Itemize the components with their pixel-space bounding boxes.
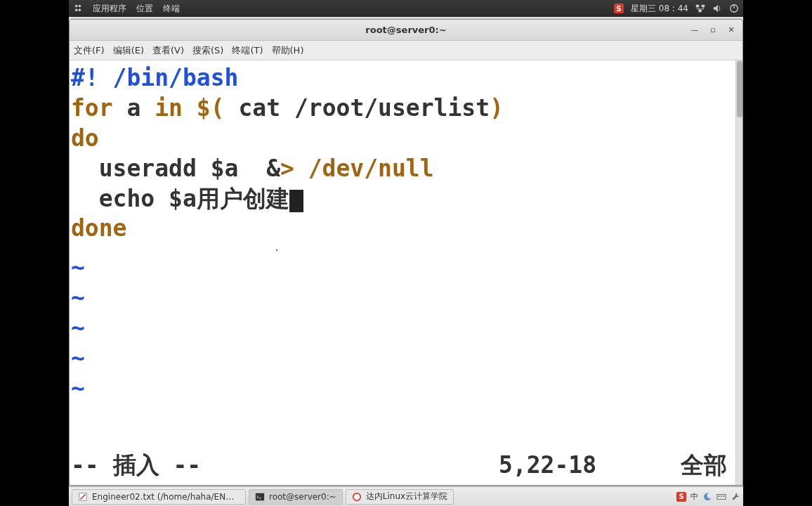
menu-view[interactable]: 查看(V) xyxy=(152,44,184,57)
taskbar-item-terminal[interactable]: root@server0:~ xyxy=(249,489,343,505)
vim-tilde: ~ xyxy=(71,344,741,374)
menu-edit[interactable]: 编辑(E) xyxy=(113,44,144,57)
volume-icon[interactable] xyxy=(712,4,722,13)
vim-status-line: -- 插入 -- 5,22-18 全部 xyxy=(71,450,734,481)
svg-point-2 xyxy=(75,9,78,11)
kw-done: done xyxy=(71,214,126,242)
menu-places[interactable]: 位置 xyxy=(136,3,153,15)
svg-point-0 xyxy=(75,5,78,8)
svg-point-3 xyxy=(79,9,81,11)
maximize-button[interactable]: ▫ xyxy=(705,23,721,37)
text-cursor xyxy=(289,190,303,212)
sogou-tray-icon[interactable]: S xyxy=(676,492,686,502)
taskbar-item-editor[interactable]: Engineer02.txt (/home/haha/ENGIN… xyxy=(72,489,246,505)
terminal-content[interactable]: #! /bin/bash for a in $( cat /root/userl… xyxy=(70,60,742,485)
vim-tilde: ~ xyxy=(71,313,741,344)
taskbar-item-browser[interactable]: 达内Linux云计算学院 xyxy=(346,489,454,505)
svg-point-1 xyxy=(79,5,81,8)
menu-terminal[interactable]: 终端 xyxy=(163,3,180,15)
vim-tilde: ~ xyxy=(71,374,741,404)
menu-file[interactable]: 文件(F) xyxy=(74,44,105,57)
svg-rect-6 xyxy=(698,10,701,13)
ime-lang[interactable]: 中 xyxy=(690,491,698,502)
svg-rect-5 xyxy=(702,5,705,8)
vim-tilde: ~ xyxy=(71,253,741,283)
terminal-window: root@server0:~ — ▫ ✕ 文件(F) 编辑(E) 查看(V) 搜… xyxy=(69,19,743,486)
vim-position: 5,22-18 xyxy=(499,450,681,481)
network-icon[interactable] xyxy=(695,4,705,13)
close-button[interactable]: ✕ xyxy=(723,23,740,37)
svg-rect-4 xyxy=(696,5,699,8)
gnome-topbar: 应用程序 位置 终端 S 星期三 08 : 44 xyxy=(69,0,743,17)
taskbar: Engineer02.txt (/home/haha/ENGIN… root@s… xyxy=(69,486,743,506)
menu-search[interactable]: 搜索(S) xyxy=(192,44,223,57)
svg-rect-14 xyxy=(721,495,722,497)
vim-scope: 全部 xyxy=(681,450,734,481)
svg-rect-15 xyxy=(723,495,725,497)
svg-rect-10 xyxy=(256,493,264,500)
scrollbar-thumb[interactable] xyxy=(737,61,742,117)
browser-icon xyxy=(352,492,362,502)
wrench-icon[interactable] xyxy=(731,492,740,502)
kw-for: for xyxy=(71,94,113,122)
menu-applications[interactable]: 应用程序 xyxy=(93,3,126,15)
kw-in: in xyxy=(155,94,183,122)
sogou-ime-icon[interactable]: S xyxy=(614,4,624,13)
svg-rect-13 xyxy=(719,495,720,497)
shebang-path: /bin/bash xyxy=(99,64,239,91)
shebang: #! xyxy=(71,64,99,91)
minimize-button[interactable]: — xyxy=(686,23,703,37)
vim-mode: -- 插入 -- xyxy=(71,450,201,481)
kw-do: do xyxy=(71,124,99,152)
window-menubar: 文件(F) 编辑(E) 查看(V) 搜索(S) 终端(T) 帮助(H) xyxy=(70,41,742,60)
activities-icon[interactable] xyxy=(73,4,83,13)
vim-tilde: ~ xyxy=(71,283,741,313)
power-icon[interactable] xyxy=(729,4,739,13)
terminal-scrollbar[interactable] xyxy=(735,60,742,485)
gedit-icon xyxy=(78,492,88,502)
window-titlebar[interactable]: root@server0:~ — ▫ ✕ xyxy=(70,20,742,41)
moon-icon[interactable] xyxy=(702,492,712,502)
menu-terminal-m[interactable]: 终端(T) xyxy=(232,44,263,57)
window-title: root@server0:~ xyxy=(365,25,446,35)
svg-point-11 xyxy=(353,493,361,500)
keyboard-icon[interactable] xyxy=(716,492,726,502)
clock[interactable]: 星期三 08 : 44 xyxy=(631,3,688,15)
terminal-icon xyxy=(255,492,265,502)
menu-help[interactable]: 帮助(H) xyxy=(272,44,304,57)
